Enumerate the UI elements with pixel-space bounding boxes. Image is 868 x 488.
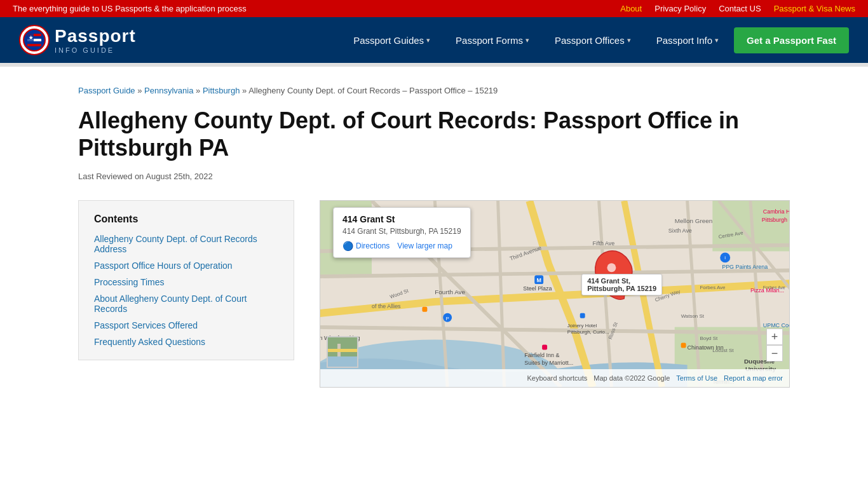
breadcrumb-current: Allegheny County Dept. of Court Records … [248, 86, 498, 95]
map-popup: 414 Grant St 414 Grant St, Pittsburgh, P… [333, 207, 471, 258]
svg-text:Boyd St: Boyd St [700, 336, 718, 341]
contents-link-6[interactable]: Frequently Asked Questions [94, 337, 205, 347]
svg-text:Suites by Marriott...: Suites by Marriott... [524, 360, 573, 367]
top-link-privacy[interactable]: Privacy Policy [654, 4, 706, 13]
list-item: Processing Times [94, 277, 278, 287]
breadcrumb-pennsylvania[interactable]: Pennsylvania [144, 86, 193, 95]
logo-info-guide-text: INFO GUIDE [55, 46, 136, 54]
chevron-down-icon: ▾ [426, 36, 430, 44]
svg-text:Fifth Ave: Fifth Ave [593, 240, 615, 247]
svg-text:M: M [536, 278, 541, 284]
svg-text:UPMC Coop...: UPMC Coop... [763, 322, 789, 329]
contents-link-1[interactable]: Allegheny County Dept. of Court Records … [94, 234, 257, 254]
map-popup-address: 414 Grant St, Pittsburgh, PA 15219 [342, 227, 461, 236]
list-item: Passport Office Hours of Operation [94, 261, 278, 271]
svg-rect-46 [542, 345, 547, 350]
chevron-down-icon: ▾ [715, 36, 719, 44]
breadcrumb-passport-guide[interactable]: Passport Guide [78, 86, 135, 95]
contents-link-3[interactable]: Processing Times [94, 277, 164, 287]
list-item: Passport Services Offered [94, 320, 278, 330]
svg-text:Pittsburgh, Curio...: Pittsburgh, Curio... [567, 329, 609, 335]
chevron-down-icon: ▾ [526, 36, 529, 44]
svg-text:Fairfield Inn &: Fairfield Inn & [524, 353, 559, 359]
contents-list: Allegheny County Dept. of Court Records … [94, 234, 278, 347]
map-report[interactable]: Report a map error [724, 374, 783, 382]
map-container[interactable]: Third Avenue of the Allies Fifth Ave Six… [320, 200, 790, 388]
top-bar-links: About Privacy Policy Contact US Passport… [620, 4, 855, 13]
svg-text:★: ★ [29, 35, 34, 41]
svg-point-51 [607, 264, 616, 273]
svg-text:Sixth Ave: Sixth Ave [668, 227, 692, 234]
zoom-in-button[interactable]: + [766, 329, 783, 345]
logo-passport-text: Passport [55, 26, 136, 46]
content-wrapper: Passport Guide » Pennsylvania » Pittsbur… [53, 67, 815, 407]
contents-link-5[interactable]: Passport Services Offered [94, 320, 198, 330]
main-nav: Passport Guides ▾ Passport Forms ▾ Passp… [343, 27, 849, 53]
zoom-controls: + − [766, 329, 783, 362]
top-bar: The everything guide to US Passports & t… [0, 0, 868, 17]
list-item: Frequently Asked Questions [94, 337, 278, 347]
directions-icon: 🔵 [342, 241, 353, 251]
contents-title: Contents [94, 214, 278, 225]
nav-item-guides[interactable]: Passport Guides ▾ [343, 29, 440, 52]
chevron-down-icon: ▾ [627, 36, 631, 44]
map-terms[interactable]: Terms of Use [676, 374, 717, 382]
svg-text:P: P [446, 316, 449, 322]
svg-rect-53 [328, 356, 358, 368]
map-bottom-bar: Keyboard shortcuts Map data ©2022 Google… [320, 369, 789, 387]
list-item: Allegheny County Dept. of Court Records … [94, 234, 278, 254]
contents-link-4[interactable]: About Allegheny County Dept. of Court Re… [94, 294, 247, 314]
svg-text:Pizza Milan...: Pizza Milan... [750, 287, 784, 294]
svg-text:Cambria Ho...: Cambria Ho... [763, 208, 789, 215]
top-link-contact[interactable]: Contact US [719, 4, 761, 13]
map-keyboard-shortcuts[interactable]: Keyboard shortcuts [527, 374, 587, 382]
svg-text:Chinatown Inn: Chinatown Inn [688, 345, 724, 351]
page-title: Allegheny County Dept. of Court Records:… [78, 107, 790, 161]
svg-text:Watson St: Watson St [681, 313, 705, 319]
nav-item-info[interactable]: Passport Info ▾ [646, 29, 729, 52]
breadcrumb-pittsburgh[interactable]: Pittsburgh [203, 86, 240, 95]
breadcrumb: Passport Guide » Pennsylvania » Pittsbur… [78, 86, 790, 95]
header: ★ Passport INFO GUIDE Passport Guides ▾ … [0, 17, 868, 63]
svg-text:PPG Paints Arena: PPG Paints Arena [722, 264, 768, 271]
map-popup-actions: 🔵 Directions View larger map [342, 241, 461, 251]
nav-item-offices[interactable]: Passport Offices ▾ [545, 29, 641, 52]
svg-text:Pittsburgh - Downto...: Pittsburgh - Downto... [762, 217, 789, 223]
top-bar-tagline: The everything guide to US Passports & t… [13, 4, 247, 13]
svg-rect-40 [422, 307, 427, 312]
map-thumbnail [327, 336, 358, 368]
nav-item-forms[interactable]: Passport Forms ▾ [445, 29, 539, 52]
directions-button[interactable]: 🔵 Directions [342, 241, 390, 251]
top-link-about[interactable]: About [620, 4, 642, 13]
last-reviewed: Last Reviewed on August 25th, 2022 [78, 172, 790, 181]
svg-rect-38 [681, 343, 686, 348]
map-background: Third Avenue of the Allies Fifth Ave Six… [320, 201, 789, 387]
svg-text:of the Allies: of the Allies [372, 303, 401, 309]
svg-rect-3 [27, 44, 41, 46]
map-popup-title: 414 Grant St [342, 214, 461, 224]
logo-icon: ★ [19, 25, 50, 55]
top-link-news[interactable]: Passport & Visa News [774, 4, 855, 13]
map-callout: 414 Grant St, Pittsburgh, PA 15219 [581, 274, 662, 295]
svg-text:i: i [724, 255, 726, 261]
logo-text: Passport INFO GUIDE [55, 26, 136, 54]
map-data-label: Map data ©2022 Google [593, 374, 670, 382]
svg-text:Steel Plaza: Steel Plaza [523, 285, 552, 292]
svg-rect-34 [580, 313, 585, 318]
svg-rect-55 [328, 349, 358, 352]
get-passport-cta[interactable]: Get a Passport Fast [734, 27, 849, 53]
list-item: About Allegheny County Dept. of Court Re… [94, 294, 278, 314]
contents-box: Contents Allegheny County Dept. of Court… [78, 200, 294, 360]
zoom-out-button[interactable]: − [766, 345, 783, 362]
view-larger-map-link[interactable]: View larger map [397, 241, 452, 250]
svg-text:Fourth Ave: Fourth Ave [435, 288, 465, 295]
svg-text:Mellon Green: Mellon Green [675, 217, 713, 224]
main-layout: Contents Allegheny County Dept. of Court… [78, 200, 790, 388]
svg-text:Joinery Hotel: Joinery Hotel [567, 323, 597, 329]
logo[interactable]: ★ Passport INFO GUIDE [19, 25, 136, 55]
contents-link-2[interactable]: Passport Office Hours of Operation [94, 261, 233, 271]
svg-text:Forbes Ave: Forbes Ave [700, 285, 726, 290]
